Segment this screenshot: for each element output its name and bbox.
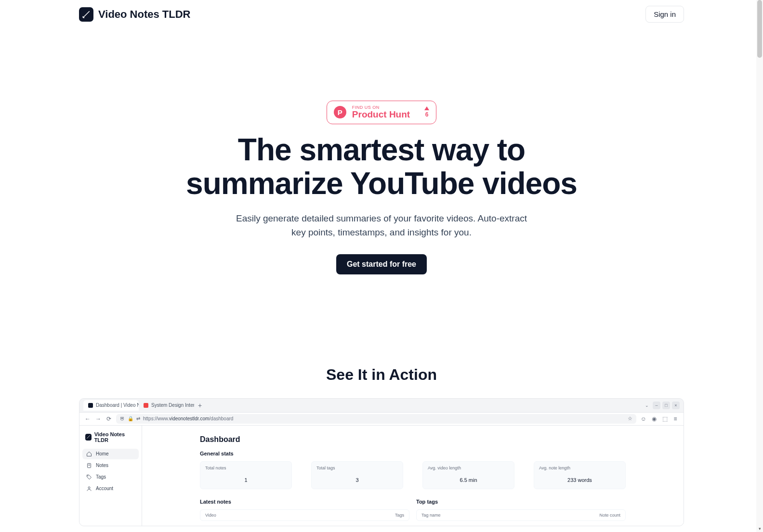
product-hunt-big-text: Product Hunt <box>352 110 410 120</box>
svg-point-1 <box>88 476 88 476</box>
section-title: See It in Action <box>0 366 763 384</box>
scroll-thumb[interactable] <box>757 0 762 58</box>
column-header: Note count <box>599 513 620 518</box>
window-close-icon[interactable]: × <box>672 402 680 409</box>
stat-card: Avg. video length 6.5 min <box>422 461 514 489</box>
brand[interactable]: Video Notes TLDR <box>79 7 191 22</box>
stat-value: 3 <box>316 477 398 483</box>
url-text: https://www.videonotestldr.com/dashboard <box>143 416 233 421</box>
sidebar-brand[interactable]: Video Notes TLDR <box>82 431 139 449</box>
top-tags-table: Top tags Tag name Note count <box>416 499 626 521</box>
browser-tab-active[interactable]: Dashboard | Video Note × <box>83 400 139 411</box>
dashboard-content: Dashboard General stats Total notes 1 To… <box>142 426 684 526</box>
window-maximize-icon[interactable]: □ <box>662 402 670 409</box>
column-header: Tag name <box>421 513 441 518</box>
signin-button[interactable]: Sign in <box>645 6 684 23</box>
table-header: Video Tags <box>200 509 409 521</box>
tab-label: System Design Interview <box>151 402 194 408</box>
sidebar-item-home[interactable]: Home <box>82 449 139 459</box>
sidebar-item-label: Tags <box>96 474 106 480</box>
stat-value: 1 <box>205 477 287 483</box>
product-hunt-vote-count: 6 <box>425 111 429 118</box>
product-hunt-icon: P <box>334 106 346 118</box>
section-subtitle: General stats <box>200 451 626 456</box>
column-header: Video <box>205 513 216 518</box>
column-header: Tags <box>395 513 404 518</box>
browser-tab-strip: Dashboard | Video Note × System Design I… <box>79 399 684 412</box>
browser-tab[interactable]: System Design Interview × <box>139 400 194 411</box>
home-icon <box>86 451 92 457</box>
table-header: Tag name Note count <box>416 509 626 521</box>
upvote-triangle-icon <box>424 106 429 110</box>
brand-text: Video Notes TLDR <box>98 8 191 21</box>
menu-icon[interactable]: ≡ <box>672 415 679 422</box>
smiley-icon[interactable]: ☺ <box>640 415 647 422</box>
sidebar-logo-icon <box>85 434 92 441</box>
user-icon <box>86 486 92 492</box>
browser-mockup: Dashboard | Video Note × System Design I… <box>79 398 684 526</box>
stat-label: Avg. note length <box>539 466 620 470</box>
hero-title: The smartest way to summarize YouTube vi… <box>165 133 598 201</box>
tables-row: Latest notes Video Tags Top tags Tag nam… <box>200 499 626 521</box>
stat-value: 6.5 min <box>428 477 509 483</box>
svg-point-2 <box>88 487 90 489</box>
sidebar-item-notes[interactable]: Notes <box>82 460 139 471</box>
product-hunt-votes: 6 <box>424 106 429 118</box>
profile-icon[interactable]: ◉ <box>651 415 658 422</box>
sidebar: Video Notes TLDR Home Notes Tags Account <box>79 426 142 526</box>
forward-icon[interactable]: → <box>95 415 102 422</box>
latest-notes-table: Latest notes Video Tags <box>200 499 409 521</box>
stat-label: Avg. video length <box>428 466 509 470</box>
sidebar-item-label: Notes <box>96 463 108 468</box>
window-minimize-icon[interactable]: – <box>653 402 660 409</box>
new-tab-button[interactable]: + <box>198 402 202 409</box>
stat-label: Total tags <box>316 466 398 470</box>
stat-card: Total tags 3 <box>311 461 403 489</box>
back-icon[interactable]: ← <box>84 415 91 422</box>
table-title: Top tags <box>416 499 626 505</box>
stat-card: Total notes 1 <box>200 461 292 489</box>
bookmark-icon[interactable]: ☆ <box>628 415 632 422</box>
stat-card: Avg. note length 233 words <box>534 461 626 489</box>
logo-icon <box>79 7 93 22</box>
reload-icon[interactable]: ⟳ <box>105 415 112 422</box>
sidebar-item-label: Account <box>96 486 113 491</box>
notes-icon <box>86 463 92 468</box>
hero-section: P FIND US ON Product Hunt 6 The smartest… <box>0 28 763 294</box>
scroll-down-icon[interactable]: ▾ <box>756 525 763 526</box>
table-title: Latest notes <box>200 499 409 505</box>
app-preview: Video Notes TLDR Home Notes Tags Account <box>79 426 684 526</box>
favicon-icon <box>88 403 93 408</box>
header: Video Notes TLDR Sign in <box>0 0 763 28</box>
tabs-dropdown-icon[interactable]: ⌄ <box>643 402 651 409</box>
favicon-icon <box>144 403 148 408</box>
tag-icon <box>86 474 92 480</box>
extensions-icon[interactable]: ⬚ <box>661 415 668 422</box>
scrollbar[interactable]: ▴ ▾ <box>756 0 763 526</box>
sidebar-brand-text: Video Notes TLDR <box>94 431 136 443</box>
stats-row: Total notes 1 Total tags 3 Avg. video le… <box>200 461 626 489</box>
tab-label: Dashboard | Video Note <box>96 402 139 408</box>
product-hunt-badge[interactable]: P FIND US ON Product Hunt 6 <box>327 101 436 124</box>
stat-label: Total notes <box>205 466 287 470</box>
sidebar-item-tags[interactable]: Tags <box>82 472 139 482</box>
stat-value: 233 words <box>539 477 620 483</box>
url-input[interactable]: ⛨ 🔒 ⇄ https://www.videonotestldr.com/das… <box>116 414 636 424</box>
translate-icon: ⇄ <box>136 416 140 421</box>
page-title: Dashboard <box>200 435 626 444</box>
lock-icon: 🔒 <box>128 416 133 421</box>
cta-button[interactable]: Get started for free <box>336 254 427 274</box>
browser-address-bar: ← → ⟳ ⛨ 🔒 ⇄ https://www.videonotestldr.c… <box>79 412 684 426</box>
hero-subtitle: Easily generate detailed summaries of yo… <box>232 211 531 240</box>
shield-icon: ⛨ <box>120 416 125 421</box>
sidebar-item-label: Home <box>96 451 109 456</box>
sidebar-item-account[interactable]: Account <box>82 483 139 494</box>
